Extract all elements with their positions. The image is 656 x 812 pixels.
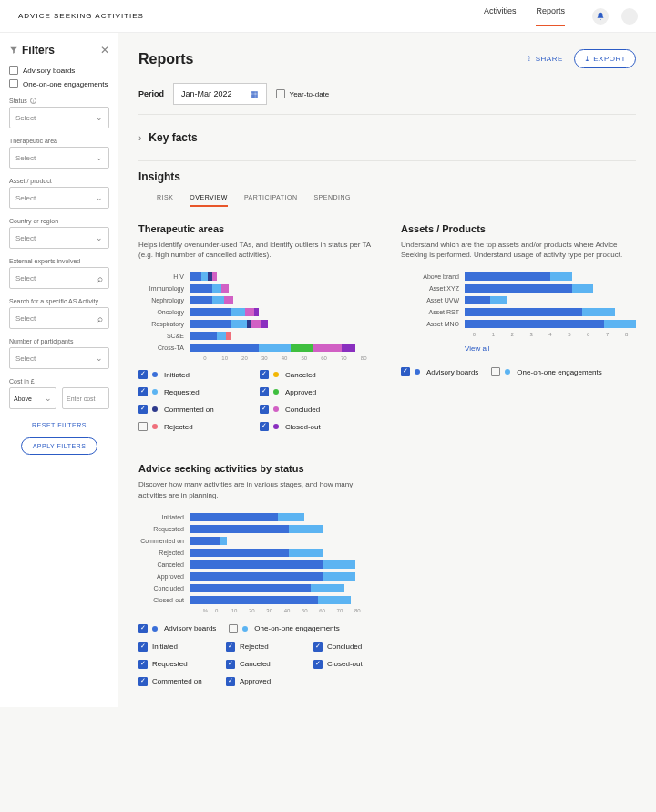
ap-chart: Above brandAsset XYZAsset UVWAsset RSTAs…	[401, 272, 636, 328]
legend-status-concluded[interactable]: Concluded	[313, 642, 394, 652]
search-icon: ⌕	[97, 313, 103, 324]
status-desc: Discover how many activities are in vari…	[138, 479, 375, 499]
filter-one-on-one[interactable]: One-on-one engagements	[9, 79, 109, 88]
cost-label: Cost in £	[9, 378, 109, 385]
status-chart: InitiatedRequestedCommented onRejectedCa…	[138, 513, 366, 604]
apply-filters-button[interactable]: APPLY FILTERS	[21, 437, 98, 455]
chevron-down-icon: ⌄	[96, 113, 103, 122]
app-brand: ADVICE SEEKING ACTIVITIES	[18, 12, 144, 20]
chevron-down-icon: ⌄	[96, 233, 103, 242]
ytd-checkbox[interactable]: Year-to-date	[276, 89, 330, 98]
asset-select[interactable]: Select⌄	[9, 187, 109, 209]
legend-closed[interactable]: Closed-out	[260, 422, 374, 431]
legend-one_cl[interactable]: One-on-one engagements	[491, 367, 601, 376]
avatar[interactable]	[621, 8, 638, 25]
country-label: Country or region	[9, 218, 109, 224]
legend-concluded[interactable]: Concluded	[260, 405, 374, 414]
cost-input[interactable]: Enter cost	[62, 387, 109, 409]
legend-status-closed-out[interactable]: Closed-out	[313, 660, 394, 669]
insights-title: Insights	[138, 170, 636, 183]
cost-operator-select[interactable]: Above⌄	[9, 387, 56, 409]
reset-filters-button[interactable]: RESET FILTERS	[9, 422, 109, 428]
asset-label: Asset / product	[9, 178, 109, 184]
tab-risk[interactable]: RISK	[157, 194, 173, 207]
legend-status-rejected[interactable]: Rejected	[226, 642, 306, 652]
chevron-down-icon: ⌄	[96, 153, 103, 162]
legend-advisory[interactable]: Advisory boards	[401, 367, 478, 376]
tab-overview[interactable]: OVERVIEW	[190, 194, 228, 207]
experts-label: External experts involved	[9, 258, 109, 264]
ap-title: Assets / Products	[401, 223, 636, 234]
filters-title: Filters	[22, 44, 55, 57]
legend-rejected[interactable]: Rejected	[138, 422, 252, 431]
ta-title: Therapeutic areas	[138, 223, 374, 234]
ta-desc: Helps identify over/under-used TAs, and …	[138, 240, 374, 260]
search-label: Search for a specific AS Activity	[9, 298, 109, 304]
close-icon[interactable]: ✕	[100, 44, 109, 57]
chevron-down-icon: ⌄	[45, 394, 52, 403]
ta-select[interactable]: Select⌄	[9, 147, 109, 169]
page-title: Reports	[138, 51, 193, 67]
ap-desc: Understand which are the top assets and/…	[401, 240, 636, 260]
legend-status-requested[interactable]: Requested	[138, 660, 219, 669]
nav-reports[interactable]: Reports	[536, 6, 565, 26]
legend-commented[interactable]: Commented on	[138, 405, 252, 414]
filter-advisory-boards[interactable]: Advisory boards	[9, 66, 109, 75]
search-input[interactable]: Select⌕	[9, 307, 109, 329]
legend-status-initiated[interactable]: Initiated	[138, 642, 219, 652]
bell-icon[interactable]	[592, 8, 609, 25]
search-icon: ⌕	[97, 273, 103, 283]
tab-participation[interactable]: PARTICIPATION	[244, 194, 298, 207]
participants-select[interactable]: Select⌄	[9, 347, 109, 369]
legend-initiated[interactable]: Initiated	[138, 370, 252, 379]
ta-label: Therapeutic area	[9, 138, 109, 144]
info-icon[interactable]: i	[30, 98, 36, 104]
download-icon: ⤓	[584, 55, 591, 63]
chevron-right-icon: ›	[138, 133, 141, 143]
period-label: Period	[138, 89, 164, 98]
export-button[interactable]: ⤓EXPORT	[574, 49, 636, 68]
legend-st-one_cl[interactable]: One-on-one engagements	[229, 624, 339, 633]
country-select[interactable]: Select⌄	[9, 227, 109, 249]
legend-requested[interactable]: Requested	[138, 387, 252, 396]
calendar-icon: ▦	[251, 89, 259, 98]
keyfacts-toggle[interactable]: ›Key facts	[138, 124, 636, 151]
period-input[interactable]: Jan-Mar 2022▦	[173, 83, 267, 105]
status-label: Statusi	[9, 98, 109, 104]
legend-status-canceled[interactable]: Canceled	[226, 660, 306, 669]
legend-canceled[interactable]: Canceled	[260, 370, 374, 379]
filter-icon	[9, 46, 18, 55]
experts-input[interactable]: Select⌕	[9, 267, 109, 289]
tab-spending[interactable]: SPENDING	[313, 194, 351, 207]
legend-status-commented-on[interactable]: Commented on	[138, 677, 219, 686]
share-icon: ⇪	[526, 55, 533, 63]
legend-st-advisory[interactable]: Advisory boards	[138, 624, 216, 633]
ta-chart: HIVImmunologyNephrologyOncologyRespirato…	[138, 272, 374, 352]
share-button[interactable]: ⇪SHARE	[526, 55, 563, 63]
legend-status-approved[interactable]: Approved	[226, 677, 306, 686]
chevron-down-icon: ⌄	[96, 193, 103, 202]
status-select[interactable]: Select⌄	[9, 107, 109, 128]
nav-activities[interactable]: Activities	[484, 6, 517, 26]
participants-label: Number of participants	[9, 338, 109, 344]
chevron-down-icon: ⌄	[96, 354, 103, 363]
viewall-link[interactable]: View all	[465, 344, 489, 353]
status-title: Advice seeking activities by status	[138, 463, 636, 474]
legend-approved[interactable]: Approved	[260, 387, 374, 396]
